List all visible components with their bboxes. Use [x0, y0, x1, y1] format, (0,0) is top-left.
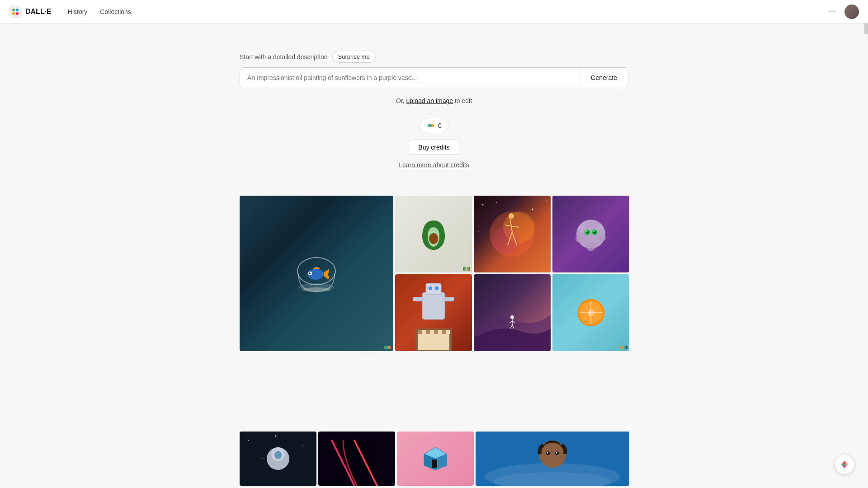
svg-point-15 — [482, 204, 484, 206]
image-indicator — [384, 346, 392, 349]
svg-point-25 — [578, 226, 585, 233]
svg-rect-41 — [445, 297, 454, 301]
gallery-item-astronaut[interactable] — [240, 432, 316, 486]
svg-rect-49 — [438, 330, 442, 334]
gallery-item-neon[interactable] — [318, 432, 395, 486]
gallery-item-avocado[interactable] — [395, 196, 472, 272]
svg-rect-51 — [446, 330, 450, 334]
image-indicator — [620, 346, 627, 349]
user-avatar[interactable] — [844, 5, 859, 19]
avocado-illustration — [415, 216, 452, 252]
svg-rect-45 — [422, 330, 426, 334]
svg-point-2 — [16, 9, 19, 11]
desert-illustration — [474, 274, 551, 351]
credits-section: 0 Buy credits Learn more about credits — [399, 118, 469, 169]
svg-point-18 — [546, 200, 547, 201]
svg-rect-37 — [426, 283, 441, 295]
learn-more-link[interactable]: Learn more about credits — [399, 161, 469, 169]
nav-history[interactable]: History — [62, 5, 93, 18]
credits-badge: 0 — [420, 118, 448, 133]
search-section: Start with a detailed description Surpri… — [240, 51, 628, 104]
upload-row: Or, upload an image to edit — [240, 97, 628, 104]
header: DALL·E History Collections ··· — [0, 0, 868, 23]
gallery-item-cube[interactable] — [397, 432, 474, 486]
gallery-grid — [240, 196, 628, 430]
svg-point-35 — [594, 231, 595, 233]
svg-point-29 — [586, 242, 595, 251]
gallery-section — [240, 196, 628, 486]
svg-point-39 — [435, 286, 439, 290]
gallery-item-creature[interactable] — [552, 196, 629, 272]
search-description-row: Start with a detailed description Surpri… — [240, 51, 376, 63]
orange-illustration — [575, 297, 607, 328]
svg-rect-44 — [418, 330, 422, 334]
svg-point-64 — [302, 445, 303, 446]
buy-credits-button[interactable]: Buy credits — [409, 140, 459, 155]
floating-action-button[interactable] — [835, 455, 854, 474]
more-options-button[interactable]: ··· — [825, 5, 839, 18]
upload-suffix-text: to edit — [455, 97, 472, 104]
gallery-item-desert[interactable] — [474, 274, 551, 351]
gallery-bottom-row — [240, 432, 628, 486]
creature-illustration — [573, 216, 609, 252]
svg-point-87 — [843, 465, 846, 468]
svg-point-27 — [576, 235, 584, 243]
gallery-item-fish[interactable] — [240, 196, 393, 351]
floating-icon — [839, 459, 850, 470]
svg-point-23 — [509, 213, 514, 219]
svg-point-7 — [431, 124, 434, 127]
search-input[interactable] — [240, 68, 580, 88]
gallery-item-portrait[interactable] — [476, 432, 629, 486]
svg-point-52 — [510, 315, 514, 319]
credits-count: 0 — [438, 122, 442, 129]
gallery-item-orange[interactable] — [552, 274, 629, 351]
nav-collections[interactable]: Collections — [94, 5, 136, 18]
neon-illustration — [318, 432, 395, 486]
upload-image-link[interactable]: upload an image — [406, 97, 453, 104]
svg-point-14 — [429, 233, 438, 244]
svg-point-82 — [556, 452, 557, 454]
upload-prefix-text: Or, — [396, 97, 405, 104]
surprise-me-button[interactable]: Surprise me — [332, 51, 376, 63]
svg-point-86 — [843, 461, 846, 464]
svg-point-65 — [262, 458, 263, 459]
svg-rect-40 — [413, 297, 422, 301]
svg-rect-74 — [432, 460, 437, 468]
portrait-illustration — [476, 432, 629, 486]
svg-point-81 — [547, 452, 548, 454]
avatar-image — [844, 5, 859, 19]
astronaut-illustration — [240, 432, 316, 486]
svg-point-68 — [274, 451, 282, 459]
search-input-container: Generate — [240, 67, 628, 88]
svg-rect-48 — [434, 330, 438, 334]
svg-point-13 — [302, 287, 331, 292]
search-description-text: Start with a detailed description — [240, 53, 328, 61]
generate-button[interactable]: Generate — [580, 68, 628, 88]
svg-point-60 — [587, 309, 594, 316]
svg-rect-47 — [430, 330, 434, 334]
svg-rect-50 — [442, 330, 446, 334]
gallery-item-robot[interactable] — [395, 274, 472, 351]
app-name: DALL·E — [25, 8, 52, 16]
svg-point-26 — [597, 224, 603, 230]
svg-point-34 — [586, 231, 588, 233]
app-logo[interactable]: DALL·E — [9, 5, 52, 18]
svg-rect-46 — [426, 330, 430, 334]
header-right: ··· — [825, 5, 859, 19]
svg-point-62 — [248, 440, 249, 441]
credits-icon — [426, 121, 435, 130]
space-illustration — [474, 196, 551, 272]
svg-rect-0 — [9, 5, 22, 18]
svg-point-63 — [275, 436, 277, 437]
svg-point-16 — [496, 202, 497, 203]
fish-illustration — [289, 246, 344, 300]
svg-point-12 — [309, 272, 311, 274]
image-indicator — [463, 267, 470, 271]
main-content: Start with a detailed description Surpri… — [0, 23, 868, 486]
cube-illustration — [422, 445, 449, 472]
dalle-logo-icon — [9, 5, 22, 18]
gallery-item-space[interactable] — [474, 196, 551, 272]
svg-point-19 — [478, 231, 479, 232]
svg-rect-69 — [318, 432, 395, 486]
svg-point-3 — [12, 12, 15, 15]
